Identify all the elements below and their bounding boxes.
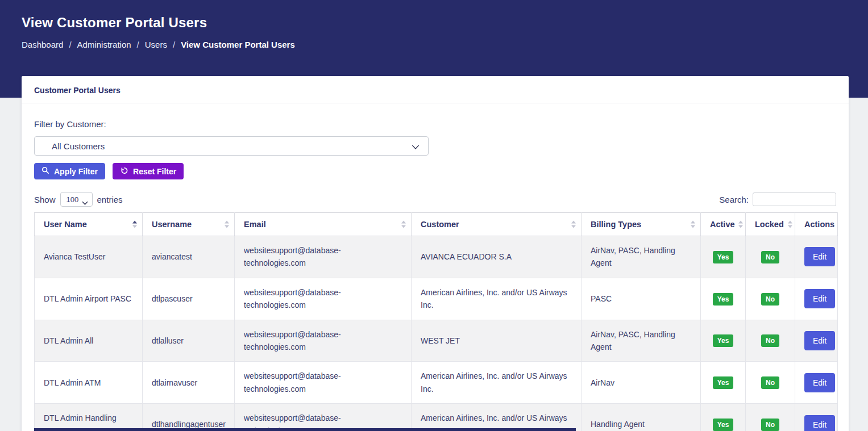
table-row: Avianca TestUseraviancatestwebsitesuppor… <box>35 236 838 278</box>
cell-billing-types: AirNav <box>582 362 701 404</box>
cell-user-name: DTL Admin Handling Agent <box>35 404 143 431</box>
cell-customer: American Airlines, Inc. and/or US Airway… <box>412 278 582 320</box>
column-label: Active <box>710 220 735 229</box>
cell-active: Yes <box>701 278 746 320</box>
show-label: Show <box>34 195 56 204</box>
email-text: websitesupport@database-technologies.com <box>244 246 341 267</box>
edit-button[interactable]: Edit <box>804 373 835 392</box>
page-size-select[interactable]: 100 <box>60 192 93 207</box>
table-row: DTL Admin Airport PASCdtlpascuserwebsite… <box>35 278 838 320</box>
edit-button[interactable]: Edit <box>804 331 835 350</box>
active-badge: Yes <box>713 251 734 263</box>
breadcrumb-dashboard[interactable]: Dashboard <box>22 40 63 49</box>
cell-email: websitesupport@database-technologies.com <box>235 404 412 431</box>
edit-button[interactable]: Edit <box>804 415 835 431</box>
billing-types-text: Handling Agent <box>591 420 645 429</box>
reset-filter-button[interactable]: Reset Filter <box>113 163 184 179</box>
breadcrumb-users[interactable]: Users <box>145 40 167 49</box>
apply-filter-button[interactable]: Apply Filter <box>34 163 105 179</box>
search-input[interactable] <box>753 193 836 206</box>
column-header-customer[interactable]: Customer <box>412 213 582 236</box>
column-header-username[interactable]: Username <box>143 213 235 236</box>
sort-icon <box>132 221 137 228</box>
breadcrumb-administration[interactable]: Administration <box>77 40 131 49</box>
active-badge: Yes <box>713 334 734 347</box>
cell-email: websitesupport@database-technologies.com <box>235 278 412 320</box>
breadcrumb-separator: / <box>69 40 71 49</box>
chevron-down-icon <box>82 198 88 207</box>
table-row: DTL Admin Alldtlalluserwebsitesupport@da… <box>35 320 838 362</box>
column-header-billing-types[interactable]: Billing Types <box>582 213 701 236</box>
cell-billing-types: Handling Agent <box>582 404 701 431</box>
billing-types-text: PASC <box>591 294 612 303</box>
cell-username: dtlhandlingagentuser <box>143 404 235 431</box>
table-header-row: User NameUsernameEmailCustomerBilling Ty… <box>35 213 838 236</box>
email-text: websitesupport@database-technologies.com <box>244 371 341 393</box>
cell-customer: American Airlines, Inc. and/or US Airway… <box>412 404 582 431</box>
active-badge: Yes <box>713 376 734 389</box>
reset-filter-label: Reset Filter <box>133 167 176 176</box>
column-header-active[interactable]: Active <box>701 213 746 236</box>
cell-active: Yes <box>701 236 746 278</box>
user-name-text: DTL Admin All <box>44 336 93 345</box>
cell-user-name: DTL Admin Airport PASC <box>35 278 143 320</box>
cell-customer: American Airlines, Inc. and/or US Airway… <box>412 362 582 404</box>
active-badge: Yes <box>713 293 734 306</box>
column-label: User Name <box>44 220 87 229</box>
customer-text: American Airlines, Inc. and/or US Airway… <box>421 288 567 309</box>
chevron-down-icon <box>412 143 420 153</box>
locked-badge: No <box>761 376 779 389</box>
cell-username: dtlalluser <box>143 320 235 362</box>
page-size-value: 100 <box>67 195 79 204</box>
user-name-text: DTL Admin Airport PASC <box>44 294 131 303</box>
edit-button[interactable]: Edit <box>804 289 835 308</box>
cell-locked: No <box>746 362 795 404</box>
sort-icon <box>691 221 695 228</box>
page-length-control: Show 100 entries <box>34 192 123 207</box>
cell-locked: No <box>746 404 795 431</box>
cell-action: Edit <box>795 236 838 278</box>
username-text: dtlpascuser <box>152 294 193 303</box>
table-row: DTL Admin Handling Agentdtlhandlingagent… <box>35 404 838 431</box>
cell-action: Edit <box>795 278 838 320</box>
cell-active: Yes <box>701 320 746 362</box>
user-name-text: DTL Admin ATM <box>44 378 101 387</box>
username-text: aviancatest <box>152 252 192 261</box>
cell-locked: No <box>746 320 795 362</box>
customer-filter-select[interactable]: All Customers <box>34 136 429 156</box>
email-text: websitesupport@database-technologies.com <box>244 288 341 309</box>
cell-email: websitesupport@database-technologies.com <box>235 320 412 362</box>
column-header-locked[interactable]: Locked <box>746 213 795 236</box>
customer-text: WEST JET <box>421 336 460 345</box>
column-header-action: Actions <box>795 213 838 236</box>
cell-email: websitesupport@database-technologies.com <box>235 362 412 404</box>
column-label: Username <box>152 220 192 229</box>
column-header-email[interactable]: Email <box>235 213 412 236</box>
sort-icon <box>738 221 743 228</box>
table-row: DTL Admin ATMdtlairnavuserwebsitesupport… <box>35 362 838 404</box>
locked-badge: No <box>761 293 779 306</box>
cell-billing-types: PASC <box>582 278 701 320</box>
cell-billing-types: AirNav, PASC, Handling Agent <box>582 236 701 278</box>
customer-portal-users-table: User NameUsernameEmailCustomerBilling Ty… <box>34 212 838 431</box>
billing-types-text: AirNav, PASC, Handling Agent <box>591 246 675 267</box>
breadcrumb: Dashboard / Administration / Users / Vie… <box>22 40 846 49</box>
cell-user-name: DTL Admin ATM <box>35 362 143 404</box>
username-text: dtlhandlingagentuser <box>152 420 226 429</box>
locked-badge: No <box>761 251 779 263</box>
billing-types-text: AirNav, PASC, Handling Agent <box>591 330 675 352</box>
table-horizontal-scrollbar-thumb[interactable] <box>34 428 576 431</box>
search-icon <box>41 166 49 176</box>
breadcrumb-separator: / <box>137 40 139 49</box>
table-search-control: Search: <box>719 193 836 206</box>
billing-types-text: AirNav <box>591 378 614 387</box>
column-header-user-name[interactable]: User Name <box>35 213 143 236</box>
cell-username: dtlpascuser <box>143 278 235 320</box>
table-controls-row: Show 100 entries Search: <box>34 192 836 207</box>
filter-by-customer-label: Filter by Customer: <box>34 119 836 129</box>
column-label: Email <box>244 220 266 229</box>
locked-badge: No <box>761 419 779 431</box>
cell-action: Edit <box>795 320 838 362</box>
edit-button[interactable]: Edit <box>804 247 835 266</box>
page-title: View Customer Portal Users <box>22 15 846 31</box>
